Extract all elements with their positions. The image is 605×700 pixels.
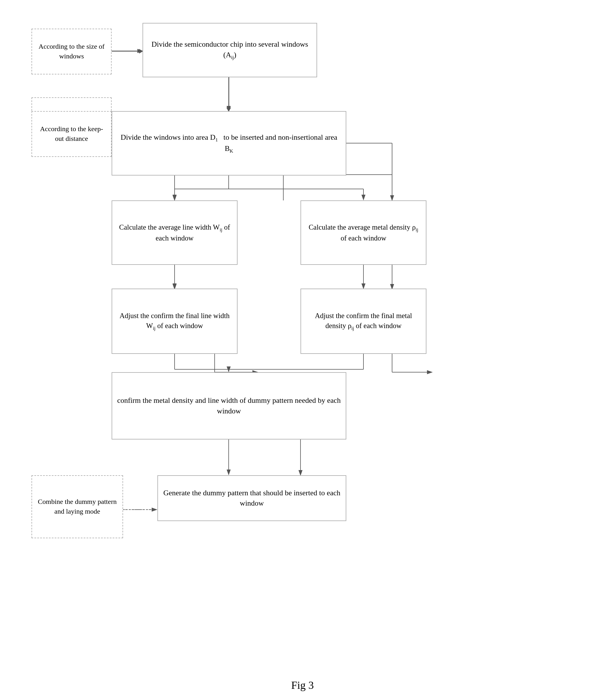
box-calc-linewidth: Calculate the average line width Wij of …: [111, 200, 237, 265]
box-generate: Generate the dummy pattern that should b…: [157, 475, 346, 521]
box-adjust-linewidth: Adjust the confirm the final line width …: [111, 289, 237, 354]
box-adjust-linewidth-text: Adjust the confirm the final line width …: [116, 310, 233, 332]
box-keepout: According to the keep-out distance: [31, 111, 111, 157]
box-confirm-metal: confirm the metal density and line width…: [111, 372, 346, 440]
box-confirm-metal-text: confirm the metal density and line width…: [116, 395, 342, 416]
box-divide-chip-text: Divide the semiconductor chip into sever…: [147, 39, 312, 61]
arrow-h1: [111, 51, 143, 52]
box-adjust-density: Adjust the confirm the final metal densi…: [301, 289, 426, 354]
arrow-v1: [229, 77, 229, 112]
box-calc-density: Calculate the average metal density ρij …: [301, 200, 426, 265]
box-keepout-text: According to the keep-out distance: [36, 124, 107, 144]
box-combine: Combine the dummy pattern and laying mod…: [31, 475, 123, 538]
box-divide-chip: Divide the semiconductor chip into sever…: [143, 23, 317, 77]
box-generate-text: Generate the dummy pattern that should b…: [162, 488, 342, 509]
box-combine-text: Combine the dummy pattern and laying mod…: [36, 497, 119, 516]
box-calc-linewidth-text: Calculate the average line width Wij of …: [116, 222, 233, 243]
box-size-windows-text: According to the size of windows: [36, 42, 107, 61]
box-calc-density-text: Calculate the average metal density ρij …: [305, 222, 422, 243]
diagram: According to the size of windows Divide …: [14, 11, 591, 670]
box-adjust-density-text: Adjust the confirm the final metal densi…: [305, 310, 422, 332]
figure-label: Fig 3: [291, 679, 314, 692]
box-divide-windows: Divide the windows into area D1 to be in…: [111, 111, 346, 175]
box-divide-windows-text: Divide the windows into area D1 to be in…: [116, 132, 342, 155]
box-size-windows: According to the size of windows: [31, 29, 111, 74]
